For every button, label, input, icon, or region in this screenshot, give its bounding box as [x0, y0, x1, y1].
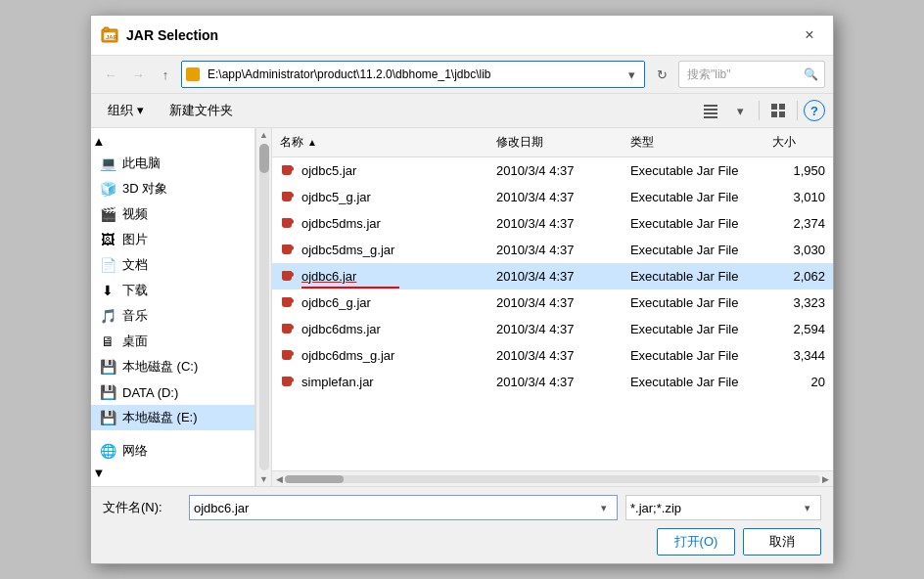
- address-dropdown-button[interactable]: ▾: [623, 63, 640, 86]
- scroll-left-arrow[interactable]: ◀: [274, 474, 285, 484]
- sidebar-scroll-up[interactable]: ▲: [91, 132, 107, 151]
- drive-c-icon: 💾: [99, 358, 116, 376]
- refresh-button[interactable]: ↻: [649, 62, 674, 87]
- header-date[interactable]: 修改日期: [488, 132, 623, 153]
- scroll-right-arrow[interactable]: ▶: [820, 474, 831, 484]
- sidebar-item-video[interactable]: 🎬 视频: [91, 201, 254, 227]
- sidebar-scroll-up-arrow[interactable]: ▲: [259, 128, 268, 142]
- table-row[interactable]: ojdbc6dms.jar 2010/3/4 4:37 Executable J…: [272, 316, 833, 342]
- button-row: 打开(O) 取消: [103, 528, 821, 556]
- address-bar[interactable]: E:\app\Administrator\product\11.2.0\dbho…: [181, 61, 645, 88]
- sidebar-item-3d[interactable]: 🧊 3D 对象: [91, 176, 254, 201]
- search-icon[interactable]: 🔍: [801, 65, 820, 84]
- search-bar[interactable]: 搜索"lib" 🔍: [678, 61, 825, 88]
- view-list-button[interactable]: [698, 98, 723, 123]
- header-type[interactable]: 类型: [623, 132, 764, 153]
- bottom-bar: 文件名(N): ▾ *.jar;*.zip ▾ 打开(O) 取消: [91, 486, 833, 563]
- drive-d-icon: 💾: [99, 383, 116, 401]
- jar-file-icon: [280, 242, 296, 257]
- main-content: ▲ 💻 此电脑 🧊 3D 对象 🎬 视频 🖼 图片: [91, 128, 833, 486]
- pictures-icon: 🖼: [99, 231, 116, 248]
- sidebar-scroll-down-arrow[interactable]: ▼: [259, 472, 268, 486]
- horizontal-scrollbar[interactable]: ◀ ▶: [272, 470, 833, 486]
- title-bar: JAR JAR Selection ×: [91, 16, 833, 56]
- svg-rect-11: [779, 111, 785, 117]
- jar-selection-dialog: JAR JAR Selection × ← → ↑ E:\app\Adminis…: [90, 15, 834, 564]
- sidebar: ▲ 💻 此电脑 🧊 3D 对象 🎬 视频 🖼 图片: [91, 128, 255, 486]
- sidebar-item-music[interactable]: 🎵 音乐: [91, 303, 254, 329]
- svg-rect-6: [704, 112, 717, 114]
- drive-e-icon: 💾: [99, 409, 116, 426]
- filename-label: 文件名(N):: [103, 499, 181, 516]
- svg-rect-5: [704, 109, 717, 111]
- filename-row: 文件名(N): ▾ *.jar;*.zip ▾: [103, 495, 821, 520]
- view-icons-button[interactable]: [765, 98, 791, 123]
- table-row[interactable]: ojdbc5.jar 2010/3/4 4:37 Executable Jar …: [272, 157, 833, 184]
- red-underline-annotation: [301, 287, 399, 289]
- address-bar-icon: [186, 67, 200, 81]
- music-icon: 🎵: [99, 307, 116, 325]
- computer-icon: 💻: [99, 155, 116, 172]
- help-button[interactable]: ?: [804, 100, 825, 121]
- organize-button[interactable]: 组织 ▾: [99, 98, 153, 123]
- filetype-wrapper[interactable]: *.jar;*.zip ▾: [625, 495, 821, 520]
- table-row[interactable]: ojdbc5dms_g.jar 2010/3/4 4:37 Executable…: [272, 237, 833, 263]
- table-row[interactable]: ojdbc5_g.jar 2010/3/4 4:37 Executable Ja…: [272, 184, 833, 210]
- filename-input[interactable]: [194, 501, 595, 515]
- svg-text:JAR: JAR: [106, 34, 118, 40]
- filetype-dropdown-button[interactable]: ▾: [799, 502, 816, 514]
- jar-file-icon: [280, 215, 296, 231]
- filename-input-wrapper[interactable]: ▾: [189, 495, 618, 520]
- sidebar-item-documents[interactable]: 📄 文档: [91, 252, 254, 278]
- table-row[interactable]: ojdbc6_g.jar 2010/3/4 4:37 Executable Ja…: [272, 290, 833, 316]
- file-list-container: 名称 ▲ 修改日期 类型 大小: [272, 128, 833, 486]
- sidebar-scrollbar[interactable]: ▲ ▼: [255, 128, 271, 486]
- dialog-title: JAR Selection: [126, 27, 796, 43]
- open-button[interactable]: 打开(O): [657, 528, 735, 556]
- filename-dropdown-button[interactable]: ▾: [595, 502, 613, 514]
- header-name[interactable]: 名称 ▲: [272, 132, 488, 153]
- video-icon: 🎬: [99, 205, 116, 223]
- svg-rect-8: [771, 104, 777, 110]
- separator2: [797, 101, 798, 120]
- sidebar-item-drive-d[interactable]: 💾 DATA (D:): [91, 379, 254, 405]
- forward-button[interactable]: →: [126, 63, 150, 86]
- cancel-button[interactable]: 取消: [743, 528, 821, 556]
- sidebar-container: ▲ 💻 此电脑 🧊 3D 对象 🎬 视频 🖼 图片: [91, 128, 272, 486]
- new-folder-button[interactable]: 新建文件夹: [161, 98, 242, 123]
- close-button[interactable]: ×: [796, 23, 823, 47]
- jar-file-icon: [280, 268, 296, 284]
- header-size[interactable]: 大小: [764, 132, 833, 153]
- separator: [759, 101, 760, 120]
- svg-rect-1: [104, 27, 109, 31]
- jar-file-icon: [280, 189, 296, 204]
- documents-icon: 📄: [99, 256, 116, 274]
- scroll-track: [285, 475, 820, 483]
- table-row[interactable]: ojdbc6dms_g.jar 2010/3/4 4:37 Executable…: [272, 342, 833, 369]
- table-row[interactable]: ojdbc5dms.jar 2010/3/4 4:37 Executable J…: [272, 210, 833, 237]
- sidebar-item-pictures[interactable]: 🖼 图片: [91, 227, 254, 252]
- jar-file-icon: [280, 294, 296, 310]
- jar-file-icon: [280, 321, 296, 336]
- sidebar-item-computer[interactable]: 💻 此电脑: [91, 151, 254, 176]
- svg-rect-10: [771, 111, 777, 117]
- up-button[interactable]: ↑: [154, 63, 177, 86]
- back-button[interactable]: ←: [99, 63, 122, 86]
- 3d-icon: 🧊: [99, 180, 116, 198]
- svg-rect-9: [779, 104, 785, 110]
- scroll-thumb[interactable]: [285, 475, 344, 483]
- table-row[interactable]: ojdbc6.jar 2010/3/4 4:37 Executable Jar …: [272, 263, 833, 290]
- desktop-icon: 🖥: [99, 333, 116, 350]
- view-dropdown-button[interactable]: ▾: [727, 98, 753, 123]
- sidebar-scroll-down[interactable]: ▼: [91, 464, 107, 482]
- sidebar-item-downloads[interactable]: ⬇ 下载: [91, 278, 254, 303]
- sidebar-item-drive-c[interactable]: 💾 本地磁盘 (C:): [91, 354, 254, 379]
- sidebar-item-drive-e[interactable]: 💾 本地磁盘 (E:): [91, 405, 254, 430]
- search-placeholder: 搜索"lib": [683, 67, 801, 83]
- svg-rect-7: [704, 116, 717, 118]
- sidebar-scroll-thumb: [259, 144, 269, 173]
- sidebar-item-network[interactable]: 🌐 网络: [91, 438, 254, 464]
- view-controls: ▾ ?: [698, 98, 825, 123]
- table-row[interactable]: simplefan.jar 2010/3/4 4:37 Executable J…: [272, 369, 833, 395]
- sidebar-item-desktop[interactable]: 🖥 桌面: [91, 329, 254, 354]
